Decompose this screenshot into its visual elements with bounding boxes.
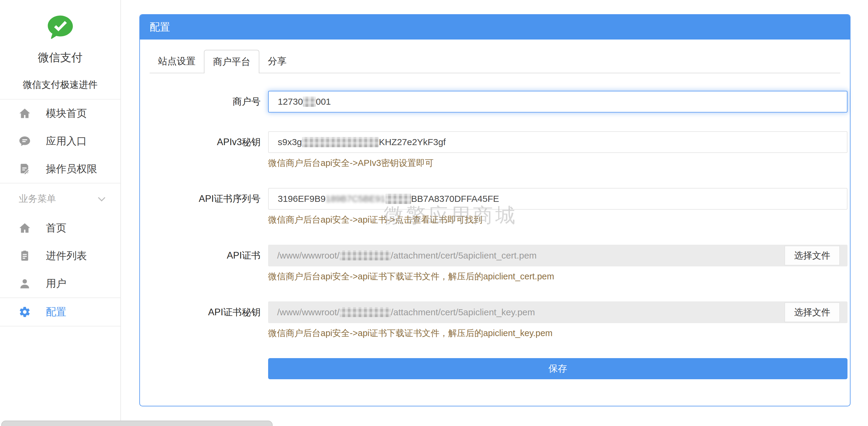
form-row-merchant-id: 商户号 12730▒▒001 bbox=[150, 91, 847, 113]
field-hint: 微信商户后台api安全->api证书->点击查看证书即可找到 bbox=[268, 214, 847, 226]
choose-file-button[interactable]: 选择文件 bbox=[784, 246, 840, 266]
cert-serial-input[interactable]: 3196EF9B9189B7C5BE91▒▒▒▒BB7A8370DFFA45FE bbox=[268, 188, 847, 210]
app-logo-block: 微信支付 微信支付极速进件 bbox=[0, 0, 120, 99]
form-row-apiv3-key: APIv3秘钥 s9x3g▒▒▒▒▒▒▒▒▒▒▒▒KHZ27e2YkF3gf 微… bbox=[150, 131, 847, 169]
field-hint: 微信商户后台api安全->api证书下载证书文件，解压后的apiclient_c… bbox=[268, 271, 847, 283]
user-icon bbox=[19, 278, 31, 290]
sidebar-item-app-entry[interactable]: 应用入口 bbox=[0, 127, 120, 155]
value-segment: 3196EF9B9 bbox=[278, 194, 326, 204]
sidebar-item-label: 应用入口 bbox=[46, 134, 87, 148]
field-label: APIv3秘钥 bbox=[150, 131, 260, 169]
field-hint: 微信商户后台api安全->APIv3密钥设置即可 bbox=[268, 157, 847, 169]
sidebar-section-business-menu[interactable]: 业务菜单 bbox=[0, 183, 120, 214]
sidebar-item-module-home[interactable]: 模块首页 bbox=[0, 99, 120, 127]
redacted-value-segment: ▒▒▒▒▒▒▒▒▒▒▒▒ bbox=[302, 137, 379, 147]
app-subtitle: 微信支付极速进件 bbox=[0, 79, 120, 91]
file-path-text: /www/wwwroot/▒▒▒▒▒▒▒▒/attachment/cert/5a… bbox=[277, 250, 536, 261]
value-segment: /attachment/cert/5apiclient_cert.pem bbox=[391, 250, 537, 261]
form-row-api-cert: API证书 /www/wwwroot/▒▒▒▒▒▒▒▒/attachment/c… bbox=[150, 245, 847, 283]
clipboard-icon bbox=[19, 250, 31, 262]
sidebar-item-label: 首页 bbox=[46, 221, 66, 235]
tab-merchant-platform[interactable]: 商户平台 bbox=[204, 50, 259, 73]
form-row-api-cert-key: API证书秘钥 /www/wwwroot/▒▒▒▒▒▒▒▒/attachment… bbox=[150, 301, 847, 339]
save-row: 保存 bbox=[150, 358, 847, 379]
sidebar-item-label: 进件列表 bbox=[46, 249, 87, 263]
sidebar-item-label: 操作员权限 bbox=[46, 162, 97, 176]
gear-icon bbox=[19, 306, 31, 318]
wechat-pay-logo-icon bbox=[45, 14, 75, 42]
redacted-value-segment: ▒▒▒▒▒▒▒▒ bbox=[340, 250, 391, 261]
api-cert-key-path-field: /www/wwwroot/▒▒▒▒▒▒▒▒/attachment/cert/5a… bbox=[268, 301, 847, 323]
tab-label: 分享 bbox=[268, 55, 286, 68]
merchant-id-input[interactable]: 12730▒▒001 bbox=[268, 91, 847, 113]
redacted-value-segment: 189B7C5BE91 bbox=[326, 194, 385, 204]
tab-site-settings[interactable]: 站点设置 bbox=[150, 50, 204, 73]
sidebar-item-application-list[interactable]: 进件列表 bbox=[0, 242, 120, 270]
field-hint: 微信商户后台api安全->api证书下载证书文件，解压后的apiclient_k… bbox=[268, 327, 847, 339]
apiv3-key-input[interactable]: s9x3g▒▒▒▒▒▒▒▒▒▒▒▒KHZ27e2YkF3gf bbox=[268, 131, 847, 153]
sidebar-item-label: 用户 bbox=[46, 277, 66, 291]
app-title: 微信支付 bbox=[0, 50, 120, 65]
sidebar-item-users[interactable]: 用户 bbox=[0, 270, 120, 298]
sidebar-section-label: 业务菜单 bbox=[19, 192, 56, 205]
config-panel: 配置 站点设置 商户平台 分享 微擎应用商城 商户号 12730▒▒001 AP… bbox=[140, 14, 850, 406]
api-cert-path-field: /www/wwwroot/▒▒▒▒▒▒▒▒/attachment/cert/5a… bbox=[268, 245, 847, 266]
sidebar-item-label: 模块首页 bbox=[46, 106, 87, 120]
panel-title: 配置 bbox=[150, 20, 170, 34]
value-segment: 12730 bbox=[278, 96, 303, 107]
horizontal-scrollbar-thumb[interactable] bbox=[1, 421, 273, 426]
panel-header: 配置 bbox=[140, 15, 850, 39]
field-label: 商户号 bbox=[150, 91, 260, 113]
sidebar-divider bbox=[0, 326, 120, 327]
value-segment: s9x3g bbox=[278, 137, 302, 147]
operator-permission-icon bbox=[19, 163, 31, 175]
chat-bubble-icon bbox=[19, 135, 31, 147]
sidebar-item-home[interactable]: 首页 bbox=[0, 214, 120, 242]
merchant-platform-form: 商户号 12730▒▒001 APIv3秘钥 s9x3g▒▒▒▒▒▒▒▒▒▒▒▒… bbox=[140, 73, 850, 379]
field-label: API证书 bbox=[150, 245, 260, 283]
tab-label: 商户平台 bbox=[213, 56, 250, 68]
value-segment: 001 bbox=[316, 96, 331, 107]
save-button[interactable]: 保存 bbox=[268, 358, 847, 379]
tab-share[interactable]: 分享 bbox=[259, 50, 295, 73]
value-segment: /www/wwwroot/ bbox=[277, 250, 340, 261]
redacted-value-segment: ▒▒ bbox=[303, 96, 316, 107]
sidebar: 微信支付 微信支付极速进件 模块首页 应用入口 操作员权限 bbox=[0, 0, 121, 426]
field-label: API证书秘钥 bbox=[150, 301, 260, 339]
value-segment: /attachment/cert/5apiclient_key.pem bbox=[391, 307, 535, 317]
file-path-text: /www/wwwroot/▒▒▒▒▒▒▒▒/attachment/cert/5a… bbox=[277, 307, 535, 317]
value-segment: BB7A8370DFFA45FE bbox=[411, 194, 499, 204]
value-segment: /www/wwwroot/ bbox=[277, 307, 340, 317]
sidebar-item-operator-permission[interactable]: 操作员权限 bbox=[0, 155, 120, 183]
tab-label: 站点设置 bbox=[158, 55, 195, 68]
value-segment: KHZ27e2YkF3gf bbox=[379, 137, 446, 147]
chevron-down-icon bbox=[95, 192, 108, 206]
sidebar-item-config[interactable]: 配置 bbox=[0, 298, 120, 326]
redacted-value-segment: ▒▒▒▒ bbox=[385, 194, 411, 204]
redacted-value-segment: ▒▒▒▒▒▒▒▒ bbox=[340, 307, 391, 317]
sidebar-item-label: 配置 bbox=[46, 305, 66, 319]
home-icon bbox=[19, 222, 31, 234]
form-row-cert-serial: API证书序列号 3196EF9B9189B7C5BE91▒▒▒▒BB7A837… bbox=[150, 188, 847, 226]
tab-bar: 站点设置 商户平台 分享 bbox=[150, 50, 840, 73]
choose-file-button[interactable]: 选择文件 bbox=[784, 302, 840, 322]
field-label: API证书序列号 bbox=[150, 188, 260, 226]
home-icon bbox=[19, 108, 31, 119]
